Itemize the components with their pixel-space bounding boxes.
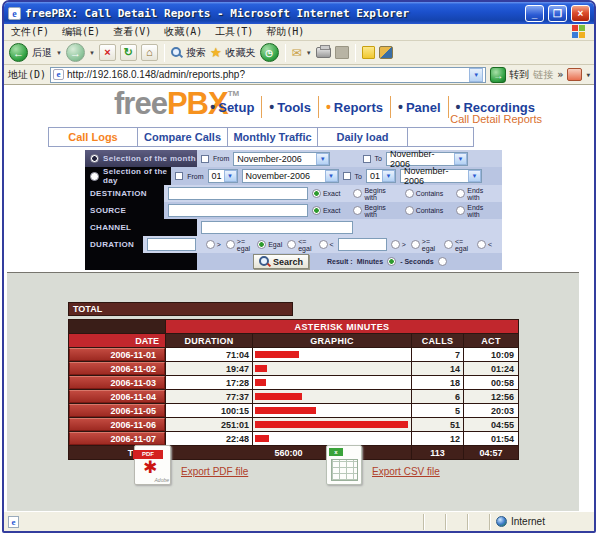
op-lte[interactable]: <= egal bbox=[444, 238, 472, 252]
radio-icon[interactable] bbox=[411, 240, 420, 249]
minimize-button[interactable]: _ bbox=[525, 5, 544, 22]
radio-icon[interactable] bbox=[456, 206, 465, 215]
links-chevron-icon[interactable]: » bbox=[557, 69, 563, 80]
channel-input[interactable] bbox=[201, 221, 353, 234]
go-label[interactable]: 转到 bbox=[509, 68, 529, 82]
refresh-icon[interactable]: ↻ bbox=[120, 44, 137, 61]
address-input[interactable]: e http://192.168.0.148/admin/reports.php… bbox=[50, 67, 486, 83]
nav-item-tools[interactable]: •Tools bbox=[261, 96, 318, 118]
chevron-down-icon[interactable]: ▼ bbox=[454, 153, 467, 165]
radio-icon[interactable] bbox=[312, 206, 321, 215]
option-exact[interactable]: Exact bbox=[312, 206, 341, 215]
nav-label[interactable]: Tools bbox=[277, 100, 311, 115]
menu-favorites[interactable]: 收藏(A) bbox=[164, 25, 202, 39]
duration-min-input[interactable] bbox=[147, 238, 196, 251]
tab-call-logs[interactable]: Call Logs bbox=[48, 128, 138, 146]
date-cell[interactable]: 2006-11-03 bbox=[69, 376, 165, 389]
op-gte[interactable]: >= egal bbox=[411, 238, 439, 252]
chevron-down-icon[interactable]: ▼ bbox=[316, 153, 329, 165]
radio-icon[interactable] bbox=[287, 240, 296, 249]
addons-caret-icon[interactable]: ▼ bbox=[586, 71, 590, 78]
mail-icon[interactable]: ✉ bbox=[292, 46, 302, 60]
chevron-down-icon[interactable]: ▼ bbox=[224, 170, 237, 182]
option-ends-with[interactable]: Ends with bbox=[456, 187, 490, 201]
menu-tools[interactable]: 工具(T) bbox=[215, 25, 253, 39]
date-cell[interactable]: 2006-11-06 bbox=[69, 418, 165, 431]
chevron-down-icon[interactable]: ▼ bbox=[382, 170, 395, 182]
radio-icon[interactable] bbox=[444, 240, 453, 249]
menu-edit[interactable]: 编辑(E) bbox=[62, 25, 100, 39]
month-radio[interactable] bbox=[90, 154, 99, 163]
option-begins-with[interactable]: Begins with bbox=[353, 187, 391, 201]
option-ends-with[interactable]: Ends with bbox=[456, 204, 490, 218]
history-icon[interactable]: ◷ bbox=[260, 43, 279, 62]
date-cell[interactable]: 2006-11-01 bbox=[69, 348, 165, 361]
month-to-select[interactable]: November-2006▼ bbox=[386, 152, 468, 166]
date-cell[interactable]: 2006-11-05 bbox=[69, 404, 165, 417]
mail-caret-icon[interactable]: ▼ bbox=[306, 50, 312, 56]
pdf-file-icon[interactable]: PDF ✱ Adobe bbox=[134, 445, 171, 485]
csv-file-icon[interactable]: x bbox=[326, 445, 362, 485]
go-arrow-icon[interactable]: → bbox=[490, 67, 506, 83]
month-to-checkbox[interactable] bbox=[363, 155, 371, 163]
favorites-label[interactable]: 收藏夹 bbox=[226, 46, 256, 60]
address-url[interactable]: http://192.168.0.148/admin/reports.php? bbox=[67, 69, 466, 80]
export-csv-link[interactable]: Export CSV file bbox=[372, 466, 440, 477]
day-from-day-select[interactable]: 01▼ bbox=[208, 169, 238, 183]
nav-label[interactable]: Reports bbox=[334, 100, 383, 115]
menu-view[interactable]: 查看(V) bbox=[113, 25, 151, 39]
month-from-checkbox[interactable] bbox=[201, 155, 209, 163]
radio-icon[interactable] bbox=[353, 189, 362, 198]
home-icon[interactable]: ⌂ bbox=[141, 44, 158, 61]
nav-item-reports[interactable]: •Reports bbox=[318, 96, 390, 118]
radio-icon[interactable] bbox=[405, 189, 414, 198]
option-contains[interactable]: Contains bbox=[405, 189, 444, 198]
search-button[interactable]: Search bbox=[253, 254, 309, 269]
forward-caret-icon[interactable]: ▼ bbox=[89, 50, 95, 56]
radio-icon[interactable] bbox=[226, 240, 235, 249]
radio-icon[interactable] bbox=[319, 240, 328, 249]
op-gt[interactable]: > bbox=[206, 240, 221, 249]
op-equal[interactable]: Egal bbox=[257, 240, 282, 249]
duration-max-input[interactable] bbox=[338, 238, 387, 251]
op-gte[interactable]: >= egal bbox=[226, 238, 252, 252]
month-from-select[interactable]: November-2006▼ bbox=[233, 152, 330, 166]
seconds-radio[interactable] bbox=[438, 257, 447, 266]
radio-icon[interactable] bbox=[391, 240, 400, 249]
destination-input[interactable] bbox=[168, 187, 307, 200]
export-pdf-link[interactable]: Export PDF file bbox=[181, 466, 248, 477]
addons-icon[interactable] bbox=[567, 68, 582, 81]
op-lt[interactable]: < bbox=[477, 240, 492, 249]
day-from-month-select[interactable]: November-2006▼ bbox=[242, 169, 339, 183]
chevron-down-icon[interactable]: ▼ bbox=[468, 170, 481, 182]
search-label[interactable]: 搜索 bbox=[186, 46, 206, 60]
nav-label[interactable]: Setup bbox=[218, 100, 254, 115]
op-lte[interactable]: <= egal bbox=[287, 238, 313, 252]
option-exact[interactable]: Exact bbox=[312, 189, 341, 198]
radio-icon[interactable] bbox=[206, 240, 215, 249]
day-from-checkbox[interactable] bbox=[175, 172, 183, 180]
day-to-checkbox[interactable] bbox=[343, 172, 351, 180]
day-to-month-select[interactable]: November-2006▼ bbox=[400, 169, 482, 183]
option-contains[interactable]: Contains bbox=[405, 206, 444, 215]
option-begins-with[interactable]: Begins with bbox=[353, 204, 391, 218]
forward-icon[interactable]: → bbox=[66, 43, 85, 62]
op-gt[interactable]: > bbox=[391, 240, 406, 249]
messenger-icon[interactable] bbox=[379, 46, 393, 59]
nav-item-panel[interactable]: •Panel bbox=[390, 96, 448, 118]
minutes-radio[interactable] bbox=[387, 257, 396, 266]
nav-label[interactable]: Panel bbox=[406, 100, 441, 115]
radio-icon[interactable] bbox=[353, 206, 362, 215]
radio-icon[interactable] bbox=[257, 240, 266, 249]
nav-item-setup[interactable]: •Setup bbox=[203, 96, 261, 118]
op-lt[interactable]: < bbox=[319, 240, 334, 249]
menu-file[interactable]: 文件(F) bbox=[11, 25, 49, 39]
source-input[interactable] bbox=[168, 204, 307, 217]
radio-icon[interactable] bbox=[477, 240, 486, 249]
links-label[interactable]: 链接 bbox=[533, 68, 553, 82]
tab-compare-calls[interactable]: Compare Calls bbox=[138, 128, 228, 146]
print-icon[interactable] bbox=[316, 47, 331, 58]
close-button[interactable]: × bbox=[571, 5, 590, 22]
tab-daily-load[interactable]: Daily load bbox=[318, 128, 408, 146]
chevron-down-icon[interactable]: ▼ bbox=[325, 170, 338, 182]
